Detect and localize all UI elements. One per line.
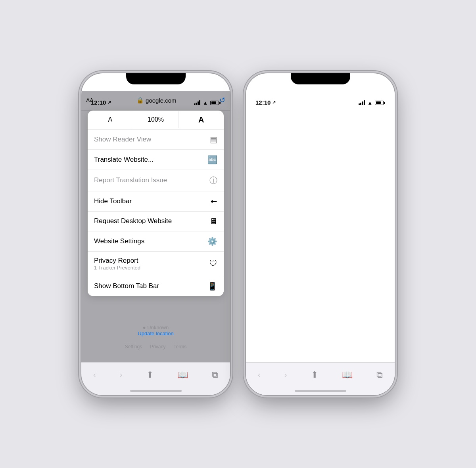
hide-toolbar-icon: ↙ <box>208 195 220 207</box>
phone-2: 12:10 ↗ ▲ ≡ <box>246 73 395 395</box>
report-translation-icon: ⓘ <box>209 175 217 186</box>
privacy-report-icon: 🛡 <box>209 259 217 268</box>
phone2-content: 12:10 ↗ ▲ ≡ <box>246 91 395 395</box>
battery-icon-1 <box>210 101 221 105</box>
font-percent-1: 100% <box>133 111 179 128</box>
phone2-background <box>246 91 395 395</box>
report-translation-label: Report Translation Issue <box>94 176 167 184</box>
request-desktop-label: Request Desktop Website <box>94 217 172 225</box>
menu-item-website-settings[interactable]: Website Settings ⚙️ <box>88 231 224 252</box>
forward-button-2: › <box>284 370 287 379</box>
menu-item-report-translation[interactable]: Report Translation Issue ⓘ <box>88 170 224 191</box>
notch-2 <box>291 73 350 84</box>
forward-button-1: › <box>120 370 123 379</box>
font-size-row-1: A 100% A <box>88 111 224 130</box>
menu-item-privacy-report[interactable]: Privacy Report 1 Tracker Prevented 🛡 <box>88 252 224 276</box>
wifi-icon-2: ▲ <box>367 100 372 106</box>
share-button-1[interactable]: ⬆ <box>146 370 154 380</box>
share-button-2[interactable]: ⬆ <box>311 370 318 380</box>
phone1-content: 12:10 ↗ ▲ AA <box>81 91 230 395</box>
back-button-2[interactable]: ‹ <box>258 370 261 379</box>
status-bar-2: 12:10 ↗ ▲ <box>246 91 395 108</box>
home-indicator-1 <box>130 390 182 392</box>
website-settings-icon: ⚙️ <box>207 237 217 246</box>
location-unknown: ● Unknown <box>81 325 230 330</box>
menu-item-translate-website[interactable]: Translate Website... 🔤 <box>88 150 224 170</box>
font-increase-btn-1[interactable]: A <box>178 111 224 129</box>
location-arrow-icon-1: ↗ <box>107 100 111 105</box>
status-icons-1: ▲ <box>194 100 221 106</box>
battery-icon-2 <box>375 101 385 105</box>
translate-website-label: Translate Website... <box>94 156 154 164</box>
menu-item-show-bottom-tab-bar[interactable]: Show Bottom Tab Bar 📱 <box>88 276 224 296</box>
reader-view-icon: ▤ <box>210 135 217 144</box>
status-time-1: 12:10 ↗ <box>91 99 111 106</box>
hide-toolbar-label: Hide Toolbar <box>94 197 132 205</box>
menu-card-1: A 100% A Show Reader View ▤ Translate We… <box>88 111 224 296</box>
settings-link[interactable]: Settings <box>125 344 142 350</box>
back-button-1[interactable]: ‹ <box>93 370 96 379</box>
show-bottom-tab-bar-label: Show Bottom Tab Bar <box>94 282 159 290</box>
tabs-button-1[interactable]: ⧉ <box>212 370 218 380</box>
notch-1 <box>126 73 186 84</box>
signal-icon-1 <box>194 100 201 105</box>
home-indicator-2 <box>295 390 346 392</box>
font-decrease-btn-1[interactable]: A <box>88 111 133 128</box>
privacy-report-label: Privacy Report <box>94 257 140 265</box>
location-arrow-icon-2: ↗ <box>272 100 276 105</box>
privacy-link[interactable]: Privacy <box>150 344 165 350</box>
privacy-report-sub: 1 Tracker Prevented <box>94 265 140 271</box>
location-dot: ● <box>143 325 146 330</box>
menu-item-show-reader-view[interactable]: Show Reader View ▤ <box>88 130 224 150</box>
terms-link[interactable]: Terms <box>174 344 187 350</box>
update-location-link[interactable]: Update location <box>81 330 230 336</box>
show-bottom-tab-bar-icon: 📱 <box>207 281 217 291</box>
tabs-button-2[interactable]: ⧉ <box>376 370 383 380</box>
show-reader-view-label: Show Reader View <box>94 136 151 143</box>
website-settings-label: Website Settings <box>94 237 144 245</box>
signal-icon-2 <box>359 100 365 105</box>
menu-item-hide-toolbar[interactable]: Hide Toolbar ↙ <box>88 191 224 212</box>
phone-1: 12:10 ↗ ▲ AA <box>81 73 230 395</box>
status-bar-1: 12:10 ↗ ▲ <box>81 91 230 108</box>
footer-links-1: Settings Privacy Terms <box>81 344 230 350</box>
translate-icon: 🔤 <box>207 155 217 164</box>
wifi-icon-1: ▲ <box>203 100 208 106</box>
status-icons-2: ▲ <box>359 100 385 106</box>
bookmarks-button-1[interactable]: 📖 <box>177 370 188 380</box>
bookmarks-button-2[interactable]: 📖 <box>342 370 353 380</box>
menu-item-request-desktop[interactable]: Request Desktop Website 🖥 <box>88 212 224 231</box>
status-time-2: 12:10 ↗ <box>255 99 276 106</box>
location-row: ● Unknown Update location <box>81 325 230 336</box>
request-desktop-icon: 🖥 <box>209 217 217 226</box>
